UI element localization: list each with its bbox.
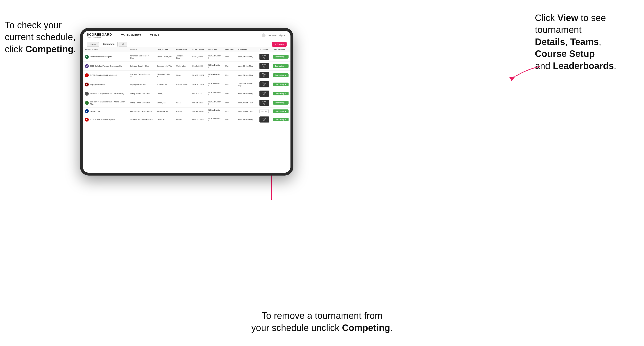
annotation-topright: Click View to see tournament Details, Te… bbox=[535, 12, 637, 72]
col-division: DIVISION bbox=[206, 47, 223, 52]
annotation-topleft: To check your current schedule, click Co… bbox=[5, 19, 92, 55]
actions-cell[interactable]: View ⓘ bbox=[258, 52, 271, 61]
competing-button[interactable]: Competing ✓ bbox=[273, 55, 288, 59]
event-name-cell: H John A. Burns Intercollegiate bbox=[85, 118, 126, 122]
tablet-frame: SCOREBOARD Powered by clippd TOURNAMENTS… bbox=[80, 28, 294, 175]
venue-cell: Sahalee Country Club bbox=[128, 61, 155, 71]
gender-cell: Men bbox=[223, 80, 236, 89]
team-logo: P bbox=[85, 83, 89, 86]
actions-cell[interactable]: View ⓘ bbox=[258, 89, 271, 98]
scoring-cell: team, Stroke Play bbox=[236, 52, 258, 61]
create-button[interactable]: + Create bbox=[272, 42, 286, 47]
competing-button[interactable]: Competing ✓ bbox=[273, 118, 288, 121]
col-hosted: HOSTED BY bbox=[174, 47, 190, 52]
division-cell: NCAA Division I bbox=[206, 89, 223, 98]
competing-cell[interactable]: Competing ✓ bbox=[271, 52, 290, 61]
city-cell: Lihue, HI bbox=[155, 115, 174, 124]
table-wrapper: EVENT NAME VENUE CITY, STATE HOSTED BY S… bbox=[83, 47, 290, 173]
tournaments-table: EVENT NAME VENUE CITY, STATE HOSTED BY S… bbox=[83, 47, 290, 124]
view-button[interactable]: View ⓘ bbox=[260, 91, 269, 97]
view-button[interactable]: View ⓘ bbox=[260, 63, 269, 69]
annotation-bottom: To remove a tournament from your schedul… bbox=[237, 310, 407, 334]
division-cell: NCAA Division I bbox=[206, 115, 223, 124]
date-cell: Feb 15, 2024 bbox=[190, 115, 206, 124]
actions-cell[interactable]: View ⓘ bbox=[258, 98, 271, 108]
tab-all[interactable]: All bbox=[118, 42, 127, 47]
sign-out-link[interactable]: Sign out bbox=[278, 34, 286, 36]
gender-cell: Men bbox=[223, 61, 236, 71]
brand-name: SCOREBOARD bbox=[87, 33, 112, 36]
tab-home[interactable]: Home bbox=[87, 42, 99, 47]
competing-cell[interactable]: Competing ✓ bbox=[271, 71, 290, 80]
date-cell: Sep 18, 2023 bbox=[190, 80, 206, 89]
team-logo: J bbox=[85, 92, 89, 96]
competing-cell[interactable]: Competing ✓ bbox=[271, 108, 290, 115]
competing-cell[interactable]: Competing ✓ bbox=[271, 89, 290, 98]
event-name: Papago Individual bbox=[90, 83, 106, 85]
event-name: OFCC Fighting Illini Invitational bbox=[90, 74, 117, 76]
scoring-cell: team, Match Play bbox=[236, 108, 258, 115]
competing-button[interactable]: Competing ✓ bbox=[273, 109, 288, 113]
scoring-cell: individual, Stroke Play bbox=[236, 80, 258, 89]
event-name-cell: J Jackson T. Stephens Cup – Men's Match … bbox=[85, 101, 126, 105]
tab-bar: Home Competing All + Create bbox=[83, 40, 290, 47]
col-date: START DATE bbox=[190, 47, 206, 52]
brand: SCOREBOARD Powered by clippd bbox=[87, 33, 112, 38]
date-cell: Sep 9, 2023 bbox=[190, 61, 206, 71]
col-event-name: EVENT NAME bbox=[83, 47, 128, 52]
team-logo: F bbox=[85, 55, 89, 59]
division-cell: NCAA Division I bbox=[206, 98, 223, 108]
gender-cell: Men bbox=[223, 115, 236, 124]
venue-cell: Papago Golf Club bbox=[128, 80, 155, 89]
event-name: John A. Burns Intercollegiate bbox=[90, 118, 115, 121]
event-name-cell: A Copper Cup bbox=[85, 109, 126, 113]
competing-button[interactable]: Competing ✓ bbox=[273, 73, 288, 77]
event-name: Jackson T. Stephens Cup – Stroke Play bbox=[90, 93, 124, 95]
actions-cell[interactable]: View ⓘ bbox=[258, 71, 271, 80]
tab-competing[interactable]: Competing bbox=[100, 42, 118, 47]
date-cell: Sep 4, 2023 bbox=[190, 52, 206, 61]
table-row: F Folds of Honor Collegiate American Dun… bbox=[83, 52, 290, 61]
view-button[interactable]: View ⓘ bbox=[260, 54, 269, 60]
division-cell: NCAA Division I bbox=[206, 52, 223, 61]
team-logo: A bbox=[85, 109, 89, 113]
actions-cell[interactable]: View ⓘ bbox=[258, 115, 271, 124]
edit-button[interactable]: ✏ Edit bbox=[260, 109, 269, 113]
event-name-cell: J Jackson T. Stephens Cup – Stroke Play bbox=[85, 92, 126, 96]
view-button[interactable]: View ⓘ bbox=[260, 81, 269, 87]
competing-button[interactable]: Competing ✓ bbox=[273, 101, 288, 105]
venue-cell: Trinity Forest Golf Club bbox=[128, 89, 155, 98]
hosted-cell: Arizona bbox=[174, 108, 190, 115]
view-button[interactable]: View ⓘ bbox=[260, 100, 269, 106]
col-scoring: SCORING bbox=[236, 47, 258, 52]
hosted-cell: Illinois bbox=[174, 71, 190, 80]
table-row: H John A. Burns Intercollegiate Ocean Co… bbox=[83, 115, 290, 124]
date-cell: Sep 15, 2023 bbox=[190, 71, 206, 80]
col-city: CITY, STATE bbox=[155, 47, 174, 52]
hosted-cell: ABAC bbox=[174, 98, 190, 108]
col-competing: COMPETING bbox=[271, 47, 290, 52]
gender-cell: Men bbox=[223, 98, 236, 108]
competing-cell[interactable]: Competing ✓ bbox=[271, 61, 290, 71]
competing-button[interactable]: Competing ✓ bbox=[273, 83, 288, 86]
competing-button[interactable]: Competing ✓ bbox=[273, 64, 288, 68]
col-venue: VENUE bbox=[128, 47, 155, 52]
competing-cell[interactable]: Competing ✓ bbox=[271, 80, 290, 89]
hosted-cell: Washington bbox=[174, 61, 190, 71]
competing-cell[interactable]: Competing ✓ bbox=[271, 98, 290, 108]
view-button[interactable]: View ⓘ bbox=[260, 72, 269, 78]
competing-button[interactable]: Competing ✓ bbox=[273, 92, 288, 95]
view-button[interactable]: View ⓘ bbox=[260, 117, 269, 123]
competing-cell[interactable]: Competing ✓ bbox=[271, 115, 290, 124]
actions-cell[interactable]: View ⓘ bbox=[258, 61, 271, 71]
nav-teams[interactable]: TEAMS bbox=[148, 33, 161, 38]
nav-tournaments[interactable]: TOURNAMENTS bbox=[119, 33, 143, 38]
user-name: Test User bbox=[268, 34, 277, 36]
actions-cell[interactable]: View ⓘ bbox=[258, 80, 271, 89]
table-row: J Jackson T. Stephens Cup – Men's Match … bbox=[83, 98, 290, 108]
actions-cell[interactable]: ✏ Edit bbox=[258, 108, 271, 115]
hosted-cell bbox=[174, 89, 190, 98]
date-cell: Jan 14, 2024 bbox=[190, 108, 206, 115]
event-name: Copper Cup bbox=[90, 110, 100, 112]
scoring-cell: team, Stroke Play bbox=[236, 61, 258, 71]
